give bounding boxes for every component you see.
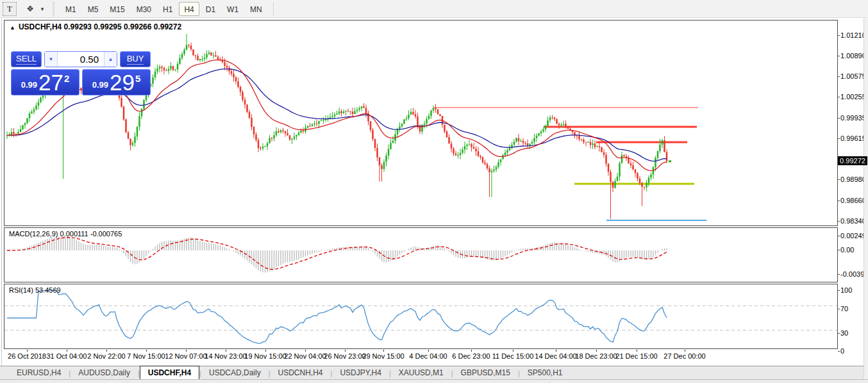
date-tick [471,350,472,352]
sell-price-big: 27 [38,72,63,93]
sell-price-sup: 2 [64,73,69,84]
buy-price-sup: 5 [135,73,140,84]
macd-chart[interactable] [4,228,837,282]
date-label: 21 Dec 15:00 [615,352,657,360]
chart-title-text: USDCHF,H4 0.99293 0.99295 0.99266 0.9927… [19,22,181,31]
volume-decrease-button[interactable]: ▼ [45,52,58,67]
date-label: 7 Nov 15:00 [127,352,165,360]
buy-price-frac: 0.99 [92,80,108,90]
date-label: 2 Nov 22:00 [87,352,125,360]
date-tick [67,350,67,352]
date-label: 12 Nov 07:00 [165,352,206,360]
date-label: 29 Nov 15:00 [362,352,404,360]
current-price-label: 0.99272 [838,156,867,165]
date-label: 4 Dec 04:00 [409,352,447,360]
trade-panel: SELL ▼ ▲ BUY 0.99 27 2 0.99 29 5 [11,51,151,96]
timeframe-button-m1[interactable]: M1 [60,2,81,16]
chart-tab-bar: EURUSD,H4|AUDUSD,Daily|USDCHF,H4|USDCAD,… [0,366,868,379]
buy-price-button[interactable]: 0.99 29 5 [82,69,151,95]
price-tick: 0.98340 [840,217,866,225]
chart-tab-usdcad[interactable]: USDCAD,Daily [201,366,269,379]
date-tick [146,350,147,352]
price-tick: 0.99615 [840,134,866,142]
date-tick [226,350,226,352]
price-tick: 1.01210 [840,31,866,39]
date-tick [556,350,556,352]
timeframe-button-w1[interactable]: W1 [222,2,244,16]
chart-tab-xauusd[interactable]: XAUUSD,M1 [391,366,451,379]
chart-tab-gbpusd[interactable]: GBPUSD,M15 [453,366,518,379]
chart-tab-sp500[interactable]: SP500,H1 [520,366,571,379]
window-right-edge [864,19,868,379]
volume-input[interactable] [58,52,104,67]
rsi-axis-tick: 70 [840,305,848,313]
timeframe-button-h1[interactable]: H1 [158,2,178,16]
timeframe-button-d1[interactable]: D1 [201,2,221,16]
collapse-triangle-icon[interactable]: ▲ [10,24,15,31]
rsi-chart[interactable] [4,284,837,348]
date-label: 31 Oct 04:00 [47,352,87,360]
window-left-frame [1,19,2,379]
date-tick [513,350,513,352]
toolbar-separator [273,3,274,15]
chart-tab-usdjpy[interactable]: USDJPY,H4 [332,366,388,379]
volume-box: ▼ ▲ [44,51,117,67]
timeframe-group: M1M5M15M30H1H4D1W1MN [60,2,268,16]
timeframe-button-m15[interactable]: M15 [104,2,129,16]
chart-tab-eurusd[interactable]: EURUSD,H4 [9,366,69,379]
sell-price-button[interactable]: 0.99 27 2 [11,69,79,95]
date-tick [637,350,637,352]
price-tick: 1.00890 [840,52,866,60]
date-label: 27 Dec 00:00 [664,352,705,360]
macd-label: MACD(12,26,9) 0.000111 -0.000765 [9,230,122,238]
date-label: 18 Dec 23:00 [575,352,617,360]
window-bottom-edge [0,379,868,383]
chart-tab-audusd[interactable]: AUDUSD,Daily [71,366,138,379]
sell-price-frac: 0.99 [21,80,37,90]
trade-arrows-icon[interactable]: ❖ [22,2,38,16]
date-tick [27,350,28,352]
date-tick [186,350,187,352]
timeframe-button-m30[interactable]: M30 [131,2,156,16]
price-tick: 0.98980 [840,175,866,183]
rsi-axis-tick: 30 [840,329,848,337]
date-label: 26 Nov 23:00 [324,352,365,360]
main-chart-panel[interactable]: ▲USDCHF,H4 0.99293 0.99295 0.99266 0.992… [4,20,838,226]
price-tick: 0.99935 [840,114,866,122]
date-tick [265,350,266,352]
date-label: 22 Nov 04:00 [284,352,326,360]
rsi-panel[interactable]: RSI(14) 53.4569 [4,284,838,349]
price-tick: 0.98660 [840,197,866,204]
dropdown-caret-icon[interactable]: ▾ [38,2,46,16]
date-label: 11 Dec 15:00 [492,352,534,360]
sell-button[interactable]: SELL [11,51,42,67]
date-tick [428,350,429,352]
timeframe-button-mn[interactable]: MN [245,2,267,16]
date-tick [345,350,346,352]
buy-button[interactable]: BUY [120,51,151,67]
date-label: 6 Dec 23:00 [452,352,490,360]
text-tool-button[interactable]: T [3,2,17,16]
price-tick: 1.00255 [840,93,866,101]
chart-tab-usdchf[interactable]: USDCHF,H4 [140,366,199,379]
volume-increase-button[interactable]: ▲ [104,52,117,67]
date-tick [596,350,597,352]
date-label: 14 Dec 04:00 [535,352,576,360]
chart-title: ▲USDCHF,H4 0.99293 0.99295 0.99266 0.992… [10,22,181,31]
rsi-axis-tick: 0 [840,347,844,355]
price-tick: 1.00575 [840,72,866,80]
date-tick [383,350,384,352]
chart-tab-usdcnh[interactable]: USDCNH,H4 [271,366,331,379]
toolbar: T ❖ ▾ M1M5M15M30H1H4D1W1MN [0,0,868,18]
buy-price-big: 29 [110,72,135,93]
date-tick [106,350,107,352]
date-tick [685,350,685,352]
date-label: 14 Nov 23:00 [204,352,246,360]
timeframe-button-m5[interactable]: M5 [83,2,104,16]
toolbar-grip[interactable] [51,2,56,16]
macd-panel[interactable]: MACD(12,26,9) 0.000111 -0.000765 [4,227,838,282]
rsi-label: RSI(14) 53.4569 [9,286,61,294]
macd-axis-tick: 0.00 [840,246,854,254]
date-label: 19 Nov 15:00 [244,352,286,360]
timeframe-button-h4[interactable]: H4 [179,2,199,16]
